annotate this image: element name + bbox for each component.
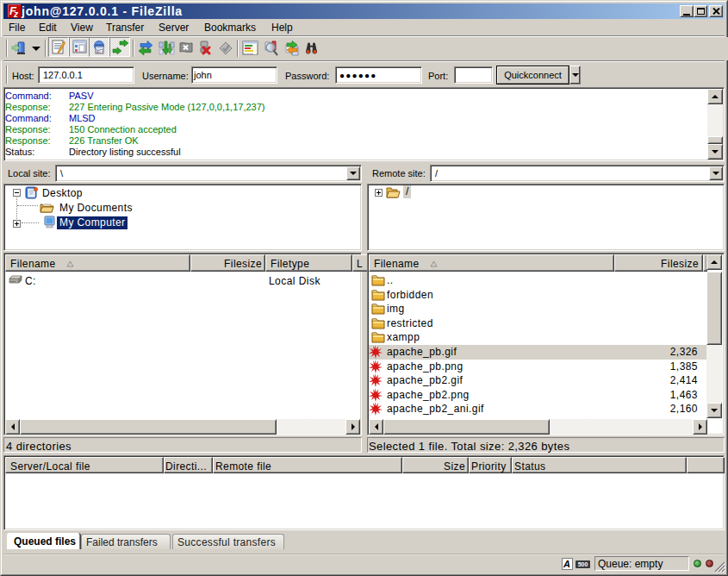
svg-text:z: z <box>13 9 18 18</box>
